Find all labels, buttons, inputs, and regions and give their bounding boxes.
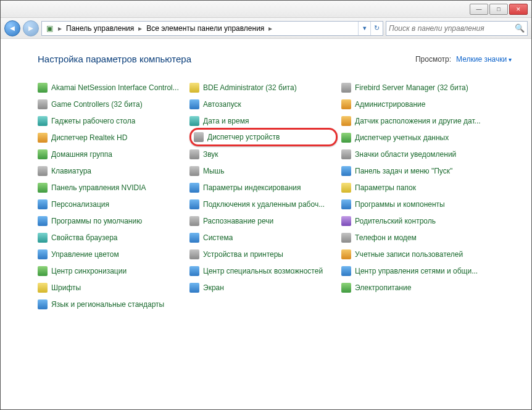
control-panel-item[interactable]: Подключения к удаленным рабоч... xyxy=(189,198,338,211)
refresh-button[interactable]: ↻ xyxy=(370,22,383,35)
control-panel-item[interactable]: Персонализация xyxy=(38,198,186,211)
item-icon xyxy=(189,216,199,226)
item-label: Дата и время xyxy=(203,117,249,125)
breadcrumb-root[interactable]: Панель управления xyxy=(63,24,137,33)
control-panel-item[interactable]: BDE Administrator (32 бита) xyxy=(189,82,338,94)
search-input[interactable] xyxy=(389,24,515,33)
minimize-button[interactable]: — xyxy=(470,4,488,15)
control-panel-item[interactable]: Панель управления NVIDIA xyxy=(38,182,186,194)
control-panel-item[interactable]: Администрирование xyxy=(341,98,489,111)
item-label: Датчик расположения и другие дат... xyxy=(355,117,481,125)
item-icon xyxy=(341,216,351,226)
item-icon xyxy=(341,149,351,159)
item-label: Управление цветом xyxy=(51,250,119,259)
control-panel-item[interactable]: Клавиатура xyxy=(38,165,186,177)
item-icon xyxy=(189,233,199,243)
item-label: BDE Administrator (32 бита) xyxy=(203,83,297,92)
search-bar[interactable]: 🔍 xyxy=(386,21,528,36)
control-panel-item[interactable]: Учетные записи пользователей xyxy=(341,248,489,261)
control-panel-item[interactable]: Электропитание xyxy=(341,282,489,294)
item-label: Администрирование xyxy=(355,100,425,109)
control-panel-item[interactable]: Язык и региональные стандарты xyxy=(38,298,186,311)
control-panel-item[interactable]: Распознавание речи xyxy=(189,215,338,227)
item-icon xyxy=(189,283,199,293)
item-label: Домашняя группа xyxy=(51,150,112,159)
item-label: Учетные записи пользователей xyxy=(355,250,463,259)
item-label: Диспетчер Realtek HD xyxy=(51,133,127,142)
control-panel-item[interactable]: Датчик расположения и другие дат... xyxy=(341,115,489,127)
control-panel-item[interactable]: Панель задач и меню "Пуск" xyxy=(341,165,489,177)
item-icon xyxy=(189,249,199,259)
item-label: Параметры папок xyxy=(355,183,416,192)
item-label: Телефон и модем xyxy=(355,233,417,242)
item-icon xyxy=(38,299,48,309)
item-icon xyxy=(38,83,48,93)
item-label: Значки области уведомлений xyxy=(355,150,456,159)
maximize-button[interactable]: □ xyxy=(489,4,508,15)
window-frame: — □ ✕ ◄ ► ▣ ▸ Панель управления ▸ Все эл… xyxy=(0,0,532,410)
item-icon xyxy=(189,83,199,93)
control-panel-item[interactable]: Автозапуск xyxy=(189,98,338,111)
control-panel-item[interactable]: Родительский контроль xyxy=(341,215,489,227)
item-label: Диспетчер устройств xyxy=(207,133,280,141)
control-panel-item[interactable]: Параметры папок xyxy=(341,182,489,194)
control-panel-item[interactable]: Akamai NetSession Interface Control... xyxy=(38,82,186,94)
control-panel-item[interactable]: Firebird Server Manager (32 бита) xyxy=(341,82,489,94)
view-by-label: Просмотр: xyxy=(415,55,451,64)
page-title: Настройка параметров компьютера xyxy=(38,54,191,64)
item-icon xyxy=(38,99,48,109)
control-panel-item[interactable]: Диспетчер устройств xyxy=(189,128,338,146)
control-panel-item[interactable]: Устройства и принтеры xyxy=(189,248,338,261)
address-bar[interactable]: ▣ ▸ Панель управления ▸ Все элементы пан… xyxy=(41,21,383,36)
control-panel-item[interactable]: Мышь xyxy=(189,165,338,177)
item-icon xyxy=(189,116,199,126)
control-panel-item[interactable]: Дата и время xyxy=(189,115,338,127)
control-panel-item[interactable]: Game Controllers (32 бита) xyxy=(38,98,186,111)
item-icon xyxy=(341,166,351,176)
close-button[interactable]: ✕ xyxy=(509,4,528,15)
control-panel-item[interactable]: Шрифты xyxy=(38,282,186,294)
control-panel-item[interactable]: Диспетчер Realtek HD xyxy=(38,132,186,144)
control-panel-item[interactable]: Центр специальных возможностей xyxy=(189,265,338,277)
back-button[interactable]: ◄ xyxy=(4,20,20,36)
item-label: Электропитание xyxy=(355,283,411,292)
item-icon xyxy=(341,283,351,293)
item-icon xyxy=(38,216,48,226)
view-by-dropdown[interactable]: Мелкие значки xyxy=(456,55,512,64)
control-panel-item[interactable]: Свойства браузера xyxy=(38,232,186,244)
control-panel-item[interactable]: Программы и компоненты xyxy=(341,198,489,211)
content-area: Настройка параметров компьютера Просмотр… xyxy=(1,39,531,409)
item-label: Звук xyxy=(203,150,218,159)
control-panel-item[interactable]: Гаджеты рабочего стола xyxy=(38,115,186,127)
control-panel-item[interactable]: Экран xyxy=(189,282,338,294)
control-panel-item[interactable]: Домашняя группа xyxy=(38,148,186,161)
address-dropdown-button[interactable]: ▾ xyxy=(358,22,370,35)
item-label: Панель задач и меню "Пуск" xyxy=(355,167,452,175)
item-label: Экран xyxy=(203,283,224,292)
item-label: Центр специальных возможностей xyxy=(203,267,323,275)
control-panel-icon: ▣ xyxy=(44,23,55,34)
forward-button[interactable]: ► xyxy=(23,20,39,36)
control-panel-item[interactable]: Центр управления сетями и общи... xyxy=(341,265,489,277)
item-label: Akamai NetSession Interface Control... xyxy=(51,83,179,92)
item-label: Система xyxy=(203,233,233,242)
item-icon xyxy=(189,183,199,193)
control-panel-item[interactable]: Значки области уведомлений xyxy=(341,148,489,161)
chevron-right-icon: ▸ xyxy=(137,24,143,33)
control-panel-item[interactable]: Звук xyxy=(189,148,338,161)
chevron-right-icon: ▸ xyxy=(57,24,63,33)
control-panel-item[interactable]: Параметры индексирования xyxy=(189,182,338,194)
control-panel-item[interactable]: Управление цветом xyxy=(38,248,186,261)
control-panel-item[interactable]: Программы по умолчанию xyxy=(38,215,186,227)
item-label: Автозапуск xyxy=(203,100,241,109)
control-panel-item[interactable]: Центр синхронизации xyxy=(38,265,186,277)
breadcrumb-sub[interactable]: Все элементы панели управления xyxy=(143,24,267,33)
item-label: Центр управления сетями и общи... xyxy=(355,267,478,275)
item-label: Программы по умолчанию xyxy=(51,217,142,225)
search-icon[interactable]: 🔍 xyxy=(515,23,525,33)
control-panel-item[interactable]: Диспетчер учетных данных xyxy=(341,132,489,144)
item-icon xyxy=(189,199,199,209)
control-panel-item[interactable]: Телефон и модем xyxy=(341,232,489,244)
control-panel-item[interactable]: Система xyxy=(189,232,338,244)
item-icon xyxy=(189,166,199,176)
